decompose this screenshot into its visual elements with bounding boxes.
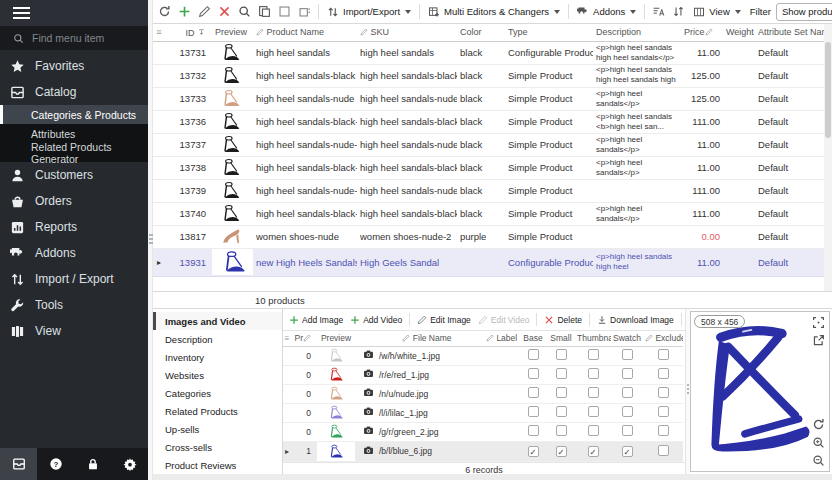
product-row[interactable]: 13740high heel sandals-black-38high heel… (153, 202, 824, 225)
edit-product-button[interactable] (195, 2, 214, 21)
sidebar-item-favorites[interactable]: Favorites (0, 53, 148, 79)
checkbox-thumbnail[interactable] (588, 387, 599, 398)
checkbox-exclude[interactable] (658, 368, 669, 379)
col-file-name[interactable]: File Name (377, 331, 477, 346)
sidebar-item-reports[interactable]: Reports (0, 214, 148, 240)
image-row[interactable]: 0/n/u/nude.jpg (283, 384, 683, 403)
checkbox-base[interactable] (528, 406, 539, 417)
search-button[interactable] (235, 2, 254, 21)
checkbox-swatch[interactable] (622, 387, 633, 398)
sidebar-item-import-export[interactable]: Import / Export (0, 266, 148, 292)
image-row[interactable]: 0/r/e/red_1.jpg (283, 365, 683, 384)
checkbox-swatch[interactable] (622, 349, 633, 360)
checkbox-small[interactable]: ✓ (556, 446, 567, 457)
tab-up-sells[interactable]: Up-sells (153, 420, 282, 438)
image-row[interactable]: 0/g/r/green_2.jpg (283, 422, 683, 441)
sidebar-item-related-products-generator[interactable]: Related Products Generator (0, 143, 148, 162)
col-flag[interactable] (477, 331, 484, 346)
checkbox-small[interactable] (556, 406, 567, 417)
delete-button[interactable]: Delete (542, 315, 584, 325)
tab-cross-sells[interactable]: Cross-sells (153, 438, 282, 456)
col-id[interactable]: ID (165, 24, 209, 41)
checkbox-mode-button[interactable] (275, 2, 294, 21)
camera-icon[interactable] (359, 422, 377, 441)
col-sku[interactable]: SKU (357, 24, 457, 41)
checkbox-base[interactable] (528, 425, 539, 436)
col-small[interactable]: Small (547, 331, 575, 346)
fit-to-window-icon[interactable] (812, 316, 825, 329)
checkbox-exclude[interactable] (658, 406, 669, 417)
download-image-button[interactable]: Download Image (595, 315, 676, 325)
checkbox-small[interactable] (556, 425, 567, 436)
scrollbar-thumb[interactable] (825, 42, 831, 138)
duplicate-button[interactable] (255, 2, 274, 21)
multi-select-button[interactable] (295, 2, 314, 21)
col-preview[interactable]: Preview (209, 24, 253, 41)
tab-description[interactable]: Description (153, 330, 282, 348)
col-base[interactable]: Base (519, 331, 547, 346)
tab-related-products[interactable]: Related Products (153, 402, 282, 420)
checkbox-base[interactable] (528, 368, 539, 379)
zoom-out-icon[interactable] (812, 454, 825, 467)
camera-icon[interactable] (359, 384, 377, 403)
col-type[interactable]: Type (505, 24, 593, 41)
add-product-button[interactable] (175, 2, 194, 21)
checkbox-swatch[interactable] (622, 368, 633, 379)
add-video-button[interactable]: Add Video (348, 315, 404, 325)
vertical-scrollbar[interactable] (824, 24, 832, 291)
font-size-button[interactable] (649, 2, 668, 21)
camera-icon[interactable] (359, 403, 377, 422)
rotate-icon[interactable] (812, 418, 825, 431)
row-selector-header[interactable]: ≡ (283, 331, 291, 346)
checkbox-exclude[interactable] (658, 349, 669, 360)
checkbox-thumbnail[interactable] (588, 406, 599, 417)
col-product-name[interactable]: Product Name (253, 24, 357, 41)
product-row[interactable]: 13732high heel sandals-blackhigh heel sa… (153, 64, 824, 87)
checkbox-small[interactable] (556, 349, 567, 360)
sidebar-item-tools[interactable]: Tools (0, 292, 148, 318)
sidebar-item-addons[interactable]: Addons (0, 240, 148, 266)
settings-button[interactable] (111, 448, 148, 480)
tab-inventory[interactable]: Inventory (153, 348, 282, 366)
sidebar-search[interactable]: Find menu item (0, 26, 148, 50)
view-menu[interactable]: View (689, 6, 744, 18)
checkbox-thumbnail[interactable] (588, 368, 599, 379)
checkbox-swatch[interactable] (622, 425, 633, 436)
product-row[interactable]: 13733high heel sandals-nudehigh heel san… (153, 87, 824, 110)
col-weight[interactable]: Weight (723, 24, 755, 41)
lock-button[interactable] (74, 448, 111, 480)
image-row[interactable]: 0/w/h/white_1.jpg (283, 346, 683, 365)
sidebar-item-orders[interactable]: Orders (0, 188, 148, 214)
hamburger-menu-button[interactable] (0, 0, 148, 26)
checkbox-thumbnail[interactable] (588, 425, 599, 436)
refresh-button[interactable] (155, 2, 174, 21)
checkbox-exclude[interactable] (658, 445, 669, 456)
col-price[interactable]: Price (681, 24, 723, 41)
checkbox-thumbnail[interactable]: ✓ (588, 446, 599, 457)
col-exclude[interactable]: Exclude (643, 331, 683, 346)
store-manager-button[interactable] (0, 448, 37, 480)
open-external-icon[interactable] (812, 334, 825, 347)
product-row[interactable]: 13817women shoes-nudewomen shoes-nude-2p… (153, 225, 824, 248)
zoom-in-icon[interactable] (812, 436, 825, 449)
col-camera[interactable] (359, 331, 377, 346)
checkbox-exclude[interactable] (658, 425, 669, 436)
tab-product-reviews[interactable]: Product Reviews (153, 456, 282, 474)
camera-icon[interactable] (359, 365, 377, 384)
col-thumbnail[interactable]: Thumbna (575, 331, 611, 346)
product-row[interactable]: 13731high heel sandalshigh heel sandalsb… (153, 41, 824, 64)
camera-icon[interactable] (359, 441, 377, 461)
import-export-menu[interactable]: Import/Export (323, 6, 415, 18)
multi-editors-menu[interactable]: Multi Editors & Changers (424, 6, 564, 18)
checkbox-base[interactable] (528, 387, 539, 398)
product-row[interactable]: ▸13931new High Heels SandalsHigh Geels S… (153, 248, 824, 276)
help-button[interactable] (37, 448, 74, 480)
image-row[interactable]: 0/l/i/lilac_1.jpg (283, 403, 683, 422)
image-row[interactable]: ▸1/b/l/blue_6.jpg✓✓✓✓ (283, 441, 683, 461)
addons-menu[interactable]: Addons (573, 6, 640, 18)
camera-icon[interactable] (359, 346, 377, 365)
checkbox-base[interactable]: ✓ (528, 446, 539, 457)
tab-images-and-video[interactable]: Images and Video (153, 312, 282, 330)
sort-order-button[interactable] (669, 2, 688, 21)
col-description[interactable]: Description (593, 24, 681, 41)
